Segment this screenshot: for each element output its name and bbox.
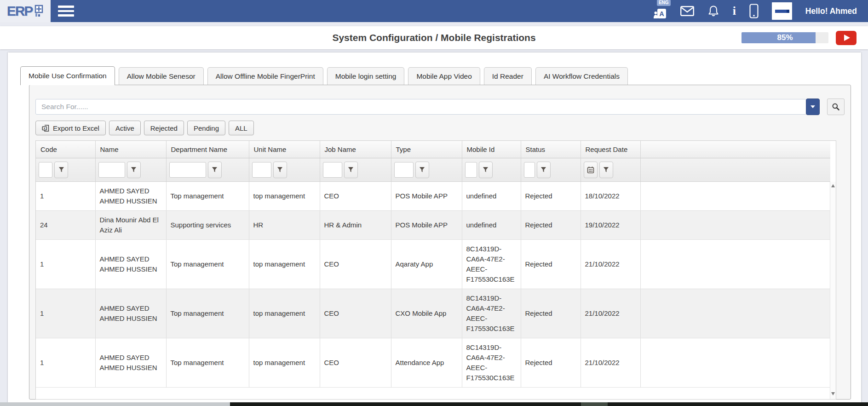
filter-input-status[interactable]: [524, 162, 535, 178]
export-to-excel-button[interactable]: x Export to Excel: [35, 121, 106, 135]
cell-unit: top management: [249, 338, 320, 387]
cell-status: Rejected: [521, 210, 581, 239]
info-button[interactable]: i: [733, 5, 736, 17]
cell-type: Aqaraty App: [391, 239, 462, 289]
filter-button-job[interactable]: [344, 162, 358, 178]
funnel-icon: [131, 167, 137, 173]
filter-button-status[interactable]: [537, 162, 551, 178]
cell-name: AHMED SAYED AHMED HUSSIEN: [95, 338, 166, 387]
tab-mobile-app-video[interactable]: Mobile App Video: [408, 67, 480, 85]
tab-mobile-login-setting[interactable]: Mobile login setting: [327, 67, 405, 85]
table-row[interactable]: 1AHMED SAYED AHMED HUSSIENTop management…: [36, 338, 830, 387]
cell-unit: HR: [249, 210, 320, 239]
column-header-job-name[interactable]: Job Name: [320, 141, 391, 158]
filter-button-rejected[interactable]: Rejected: [144, 121, 184, 135]
cell-status: Rejected: [521, 338, 581, 387]
table-row[interactable]: 1AHMED SAYED AHMED HUSSIENTop management…: [36, 181, 830, 210]
mail-button[interactable]: [680, 6, 694, 16]
hamburger-menu-button[interactable]: [58, 3, 74, 19]
column-header-type[interactable]: Type: [391, 141, 462, 158]
tab-bar: Mobile Use ConfirmationAllow Mobile Sene…: [20, 66, 861, 85]
horizontal-scrollbar[interactable]: [0, 402, 868, 406]
filter-cell-empty: [640, 158, 830, 181]
cell-unit: top management: [249, 181, 320, 210]
cell-status: Rejected: [521, 239, 581, 289]
filter-button-mobile-id[interactable]: [479, 162, 493, 178]
filter-input-job[interactable]: [323, 162, 342, 178]
cell-mobile-id: 8C14319D-CA6A-47E2-AEEC-F175530C163E: [462, 289, 521, 338]
cell-job: CEO: [320, 289, 391, 338]
company-logo[interactable]: [772, 2, 792, 20]
filter-button-department[interactable]: [208, 162, 222, 178]
notifications-button[interactable]: [707, 5, 719, 17]
filter-input-department[interactable]: [169, 162, 206, 178]
horizontal-scrollbar-segment: [581, 402, 608, 406]
brand-text: ERP: [7, 3, 33, 19]
toolbar: x Export to Excel ActiveRejectedPendingA…: [35, 121, 845, 135]
cell-job: CEO: [320, 338, 391, 387]
mobile-app-button[interactable]: [749, 4, 759, 18]
funnel-icon: [277, 167, 283, 173]
scroll-down-icon[interactable]: [831, 392, 835, 395]
vertical-scrollbar[interactable]: [830, 182, 836, 399]
completion-progress-bar: 85%: [742, 32, 828, 43]
scroll-up-icon[interactable]: [831, 184, 835, 187]
filter-input-code[interactable]: [39, 162, 52, 178]
language-switcher[interactable]: ENG A: [653, 7, 667, 20]
table-row[interactable]: 1AHMED SAYED AHMED HUSSIENTop management…: [36, 289, 830, 338]
column-header-name[interactable]: Name: [95, 141, 166, 158]
brand-logo[interactable]: ERP: [0, 0, 51, 22]
horizontal-scrollbar-thumb[interactable]: [230, 402, 868, 406]
info-icon: i: [733, 5, 736, 17]
column-header-request-date[interactable]: Request Date: [581, 141, 640, 158]
cell-request-date: 21/10/2022: [581, 239, 640, 289]
cell-mobile-id: undefined: [462, 210, 521, 239]
filter-button-code[interactable]: [54, 162, 68, 178]
filter-button-type[interactable]: [415, 162, 429, 178]
tab-ai-workflow-credentials[interactable]: AI Workflow Credentials: [535, 67, 628, 85]
cell-code: 24: [36, 210, 95, 239]
tab-id-reader[interactable]: Id Reader: [484, 67, 532, 85]
table-row[interactable]: 24Dina Mounir Abd El Aziz AliSupporting …: [36, 210, 830, 239]
column-header-status[interactable]: Status: [521, 141, 581, 158]
bell-icon: [707, 5, 719, 17]
tab-mobile-use-confirmation[interactable]: Mobile Use Confirmation: [20, 66, 115, 85]
cell-department: Top management: [166, 239, 249, 289]
filter-button-all[interactable]: ALL: [229, 121, 254, 135]
filter-button-name[interactable]: [127, 162, 141, 178]
cell-code: 1: [36, 289, 95, 338]
column-header-unit-name[interactable]: Unit Name: [249, 141, 320, 158]
date-picker-button[interactable]: [584, 162, 598, 178]
video-play-button[interactable]: [836, 31, 857, 45]
top-navbar: ERP ENG A: [0, 0, 868, 22]
search-options-dropdown[interactable]: [806, 99, 820, 115]
filter-input-type[interactable]: [394, 162, 414, 178]
cell-department: Supporting services: [166, 210, 249, 239]
column-header-department-name[interactable]: Department Name: [166, 141, 249, 158]
filter-button-active[interactable]: Active: [109, 121, 141, 135]
tab-allow-mobile-senesor[interactable]: Allow Mobile Senesor: [119, 67, 204, 85]
table-row[interactable]: 1AHMED SAYED AHMED HUSSIENTop management…: [36, 239, 830, 289]
filter-input-name[interactable]: [98, 162, 125, 178]
column-header-code[interactable]: Code: [36, 141, 95, 158]
search-input[interactable]: [35, 99, 807, 115]
filter-input-mobile-id[interactable]: [465, 162, 477, 178]
header-row: CodeNameDepartment NameUnit NameJob Name…: [36, 141, 830, 158]
column-header-mobile-id[interactable]: Mobile Id: [462, 141, 521, 158]
column-header-empty: [640, 141, 830, 158]
search-button[interactable]: [827, 99, 845, 115]
tab-allow-offline-mobile-fingerprint[interactable]: Allow Offline Mobile FingerPrint: [207, 67, 323, 85]
cell-mobile-id: undefined: [462, 181, 521, 210]
chevron-down-icon: [811, 105, 815, 108]
search-row: [35, 99, 845, 115]
user-greeting: Hello! Ahmed: [805, 6, 857, 16]
filter-button-pending[interactable]: Pending: [187, 121, 225, 135]
cell-job: CEO: [320, 239, 391, 289]
cell-mobile-id: 8C14319D-CA6A-47E2-AEEC-F175530C163E: [462, 239, 521, 289]
funnel-icon: [603, 167, 609, 173]
filter-button-unit[interactable]: [273, 162, 287, 178]
cell-mobile-id: 8C14319D-CA6A-47E2-AEEC-F175530C163E: [462, 338, 521, 387]
filter-input-unit[interactable]: [252, 162, 271, 178]
filter-button-request-date[interactable]: [599, 162, 613, 178]
funnel-icon: [212, 167, 218, 173]
